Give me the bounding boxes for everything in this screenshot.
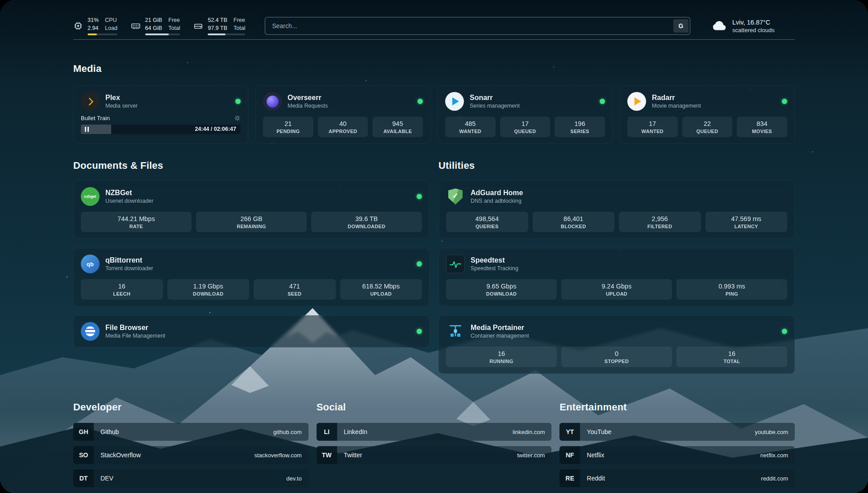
system-stats: 31% 2.94 CPU Load (73, 17, 245, 36)
app-subtitle: Container management (471, 333, 529, 339)
playback-time: 24:44 / 02:06:47 (195, 126, 236, 132)
header-divider (73, 39, 795, 40)
section-title-utilities: Utilities (438, 160, 795, 171)
status-dot (782, 99, 787, 104)
stat-pending: 21PENDING (263, 117, 313, 137)
pause-button[interactable] (85, 127, 89, 132)
ram-label-bottom: Total (168, 25, 180, 32)
now-playing-title: Bullet Train (81, 115, 110, 121)
app-card-nzbget[interactable]: nzbget NZBGet Usenet downloader 744.21 M… (73, 180, 430, 239)
bookmarks-entertainment: Entertainment YT YouTube youtube.com NF … (559, 401, 795, 493)
weather-condition: scattered clouds (732, 27, 775, 33)
stat-available: 945AVAILABLE (372, 117, 423, 137)
app-card-sonarr[interactable]: Sonarr Series management 485WANTED 17QUE… (438, 85, 613, 144)
status-dot (417, 99, 423, 104)
bookmark-name: DEV (100, 475, 113, 482)
status-dot (600, 99, 605, 104)
dashboard-content: 31% 2.94 CPU Load (0, 0, 868, 493)
app-card-adguard[interactable]: ✓ AdGuard Home DNS and adblocking 498,56… (438, 180, 795, 239)
stat-blocked: 86,401BLOCKED (533, 212, 615, 232)
cpu-load: 2.94 (88, 25, 99, 32)
app-name: NZBGet (105, 189, 154, 197)
bookmark-netflix[interactable]: NF Netflix netflix.com (559, 446, 795, 464)
app-name: Overseerr (288, 94, 328, 102)
bookmark-abbr: DT (73, 469, 94, 487)
portainer-icon (446, 322, 465, 341)
sonarr-icon (445, 92, 464, 111)
bookmark-url: github.com (273, 429, 302, 435)
bookmark-abbr: LI (317, 423, 337, 441)
section-title-social: Social (317, 401, 552, 413)
cpu-chip-icon (73, 21, 83, 31)
bookmark-dev[interactable]: DT DEV dev.to (73, 469, 309, 487)
cpu-labels: CPU Load (105, 17, 117, 32)
search-engine-button[interactable]: G (673, 19, 689, 33)
bookmark-abbr: SO (73, 446, 94, 464)
dashboard-screen: 31% 2.94 CPU Load (0, 0, 868, 493)
stat-running: 16RUNNING (446, 347, 557, 367)
disk-values: 52.4 TB 97.9 TB (208, 17, 227, 32)
app-card-plex[interactable]: Plex Media server Bullet Train 24:44 / 0 (73, 85, 248, 144)
bookmark-linkedin[interactable]: LI LinkedIn linkedin.com (317, 423, 552, 441)
app-name: qBittorrent (105, 256, 153, 264)
ram-labels: Free Total (168, 17, 180, 32)
bookmark-name: LinkedIn (344, 428, 367, 435)
bookmark-abbr: RE (559, 469, 580, 487)
speedtest-icon (446, 255, 465, 273)
bookmark-abbr: GH (73, 423, 94, 441)
adguard-shield-icon: ✓ (446, 187, 465, 206)
app-card-portainer[interactable]: Media Portainer Container management 16R… (438, 315, 795, 374)
stat-movies: 834MOVIES (737, 117, 787, 137)
gear-icon[interactable] (234, 115, 241, 121)
app-card-radarr[interactable]: Radarr Movie management 17WANTED 22QUEUE… (620, 85, 795, 144)
bookmark-name: StackOverflow (100, 451, 141, 459)
app-card-overseerr[interactable]: Overseerr Media Requests 21PENDING 40APP… (255, 85, 430, 144)
bookmark-reddit[interactable]: RE Reddit reddit.com (559, 469, 795, 487)
bookmark-twitter[interactable]: TW Twitter twitter.com (317, 446, 552, 464)
documents-cards: nzbget NZBGet Usenet downloader 744.21 M… (73, 180, 430, 347)
utilities-cards: ✓ AdGuard Home DNS and adblocking 498,56… (438, 180, 795, 374)
app-name: AdGuard Home (471, 189, 523, 197)
app-card-speedtest[interactable]: Speedtest Speedtest Tracking 9.65 GbpsDO… (438, 248, 795, 306)
bookmark-github[interactable]: GH Github github.com (73, 423, 309, 441)
stat-rate: 744.21 MbpsRATE (81, 212, 192, 232)
stat-stopped: 0STOPPED (561, 347, 672, 367)
weather-widget: Lviv, 16.87°C scattered clouds (710, 19, 795, 33)
cpu-percent: 31% (88, 17, 99, 24)
stat-downloaded: 39.6 TBDOWNLOADED (311, 212, 422, 232)
stat-queued: 22QUEUED (682, 117, 733, 137)
bookmark-url: reddit.com (761, 475, 788, 482)
bookmark-abbr: YT (559, 423, 580, 441)
bookmark-url: stackoverflow.com (254, 452, 301, 459)
cpu-usage-bar (88, 33, 117, 35)
playback-progress-bar[interactable]: 24:44 / 02:06:47 (81, 125, 241, 134)
stat-upload: 9.24 GbpsUPLOAD (561, 279, 672, 300)
disk-usage-bar (208, 33, 245, 35)
status-dot (417, 261, 422, 267)
stat-ping: 0.993 msPING (676, 279, 787, 300)
bookmark-stackoverflow[interactable]: SO StackOverflow stackoverflow.com (73, 446, 309, 464)
app-subtitle: Usenet downloader (105, 198, 154, 204)
app-card-filebrowser[interactable]: File Browser Media File Management (73, 315, 430, 347)
app-subtitle: Media server (105, 103, 138, 109)
stat-download: 1.19 GbpsDOWNLOAD (167, 279, 250, 300)
app-subtitle: Series management (470, 103, 520, 109)
ram-total: 64 GiB (145, 25, 162, 32)
section-title-media: Media (73, 63, 795, 75)
app-card-qbittorrent[interactable]: qb qBittorrent Torrent downloader 16LEEC… (73, 248, 430, 306)
stat-series: 196SERIES (555, 117, 605, 137)
bookmark-youtube[interactable]: YT YouTube youtube.com (559, 423, 795, 441)
ram-free: 21 GiB (145, 17, 162, 24)
bookmark-abbr: TW (317, 446, 337, 464)
disk-icon (193, 21, 203, 31)
bookmark-url: dev.to (286, 475, 301, 482)
bookmark-name: Netflix (587, 451, 604, 459)
stat-approved: 40APPROVED (318, 117, 368, 137)
cloud-icon (710, 20, 727, 32)
plex-icon (81, 92, 100, 111)
section-title-developer: Developer (73, 401, 309, 413)
nzbget-icon: nzbget (81, 187, 100, 206)
search-input[interactable] (267, 19, 673, 33)
cpu-values: 31% 2.94 (88, 17, 99, 32)
stat-latency: 47.569 msLATENCY (705, 212, 788, 232)
